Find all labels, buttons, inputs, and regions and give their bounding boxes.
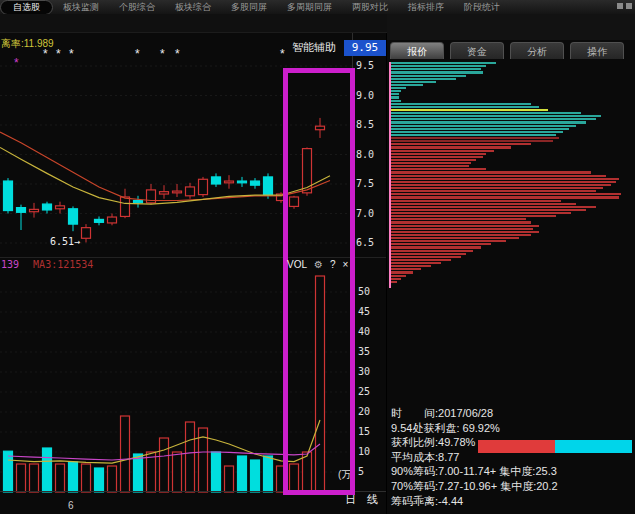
signal-star-icon: * bbox=[160, 47, 165, 61]
chip-bar bbox=[391, 200, 561, 202]
menu-tab-2[interactable]: 个股综合 bbox=[109, 0, 165, 15]
volume-axis-label: 15 bbox=[358, 426, 388, 437]
chip-bar bbox=[391, 218, 526, 220]
volume-bar bbox=[82, 464, 91, 492]
volume-bar bbox=[160, 438, 169, 492]
chip-bar bbox=[391, 84, 423, 86]
profit-ratio-bar bbox=[478, 440, 632, 453]
volume-indicator-toolbar: VOL ⚙ ? × bbox=[287, 259, 348, 270]
menu-tab-6[interactable]: 两股对比 bbox=[342, 0, 398, 15]
volume-bar bbox=[56, 464, 65, 492]
chip-bar bbox=[391, 187, 603, 189]
candle-body bbox=[43, 204, 52, 210]
chip-bar bbox=[391, 237, 519, 239]
help-icon[interactable]: ? bbox=[330, 259, 336, 270]
price-axis-label: 9.5 bbox=[356, 60, 386, 71]
chip-bar bbox=[391, 165, 469, 167]
tab-quote[interactable]: 报价 bbox=[390, 42, 444, 59]
signal-star-icon: * bbox=[135, 47, 140, 61]
panel-divider bbox=[386, 14, 387, 514]
chip-bar bbox=[391, 215, 556, 217]
volume-axis-label: 10 bbox=[358, 446, 388, 457]
volume-bar bbox=[251, 460, 260, 492]
candle-body bbox=[160, 192, 169, 194]
menu-tab-3[interactable]: 板块综合 bbox=[165, 0, 221, 15]
volume-axis-label: 45 bbox=[358, 306, 388, 317]
ma-line bbox=[0, 132, 330, 200]
candle-body bbox=[121, 197, 130, 216]
menu-tab-7[interactable]: 指标排序 bbox=[398, 0, 454, 15]
chip-bar bbox=[391, 196, 619, 198]
chip-bar bbox=[391, 153, 486, 155]
volume-axis-label: 40 bbox=[358, 326, 388, 337]
chip-bar bbox=[391, 268, 421, 270]
chip-info-line-1: 9.54处获利盘: 69.92% bbox=[391, 421, 633, 436]
menu-tab-4[interactable]: 多股同屏 bbox=[221, 0, 277, 15]
volume-bar bbox=[43, 448, 52, 492]
chip-bar bbox=[391, 118, 596, 120]
candle-body bbox=[56, 206, 65, 209]
volume-bar bbox=[134, 454, 143, 492]
signal-star-icon: * bbox=[175, 47, 180, 61]
candle-body bbox=[173, 191, 182, 193]
signal-star-icon: * bbox=[280, 47, 285, 61]
chip-bar bbox=[391, 256, 461, 258]
window-button-icon[interactable] bbox=[617, 3, 623, 9]
candle-body bbox=[4, 181, 13, 211]
chip-distribution-chart[interactable] bbox=[391, 62, 633, 284]
window-controls[interactable] bbox=[617, 3, 632, 9]
volume-bar bbox=[264, 456, 273, 492]
chip-bar bbox=[391, 281, 397, 283]
signal-star-magenta-icon: * bbox=[14, 56, 19, 70]
menu-tab-0[interactable]: 自选股 bbox=[0, 0, 53, 15]
chip-bar bbox=[391, 78, 456, 80]
chip-info-line-5: 70%筹码:7.27-10.96+ 集中度:20.2 bbox=[391, 479, 633, 494]
tab-analysis[interactable]: 分析 bbox=[510, 42, 564, 59]
chip-info-block: 时 间:2017/06/289.54处获利盘: 69.92%获利比例:49.78… bbox=[391, 406, 633, 508]
chip-bar bbox=[391, 275, 406, 277]
candle-body bbox=[212, 177, 221, 184]
volume-bar bbox=[17, 464, 26, 492]
chip-info-line-4: 90%筹码:7.00-11.74+ 集中度:25.3 bbox=[391, 464, 633, 479]
menu-tab-8[interactable]: 阶段统计 bbox=[454, 0, 510, 15]
chip-bar bbox=[391, 143, 531, 145]
volume-axis-label: 25 bbox=[358, 386, 388, 397]
chip-bar bbox=[391, 65, 486, 67]
chip-bar bbox=[391, 140, 553, 142]
gear-icon[interactable]: ⚙ bbox=[314, 259, 323, 270]
chip-bar bbox=[391, 228, 533, 230]
chip-info-line-0: 时 间:2017/06/28 bbox=[391, 406, 633, 421]
tab-operate[interactable]: 操作 bbox=[570, 42, 624, 59]
volume-axis-label: 20 bbox=[358, 406, 388, 417]
smart-assist-label[interactable]: 智能辅助 bbox=[292, 40, 336, 55]
volume-axis-label: 35 bbox=[358, 346, 388, 357]
volume-bar bbox=[95, 468, 104, 492]
chip-bar bbox=[391, 112, 581, 114]
profit-ratio-cyan-segment bbox=[555, 440, 632, 453]
candle-body bbox=[69, 209, 78, 224]
volume-bar bbox=[173, 452, 182, 492]
volume-bar bbox=[238, 456, 247, 492]
price-axis-label: 8.5 bbox=[356, 119, 386, 130]
candle-body bbox=[225, 181, 234, 183]
chip-bar bbox=[391, 212, 571, 214]
stock-header bbox=[387, 14, 635, 40]
chip-bar bbox=[391, 100, 401, 102]
volume-bar bbox=[108, 466, 117, 492]
tab-funds[interactable]: 资金 bbox=[450, 42, 504, 59]
chip-bar bbox=[391, 178, 619, 180]
profit-ratio-red-segment bbox=[478, 440, 555, 453]
menu-tab-1[interactable]: 板块监测 bbox=[53, 0, 109, 15]
window-button-icon[interactable] bbox=[626, 3, 632, 9]
volume-bar bbox=[4, 451, 13, 492]
candle-body bbox=[82, 228, 91, 239]
chip-bar bbox=[391, 162, 471, 164]
volume-ma1-value: 139 bbox=[1, 259, 19, 270]
price-axis-label: 7.0 bbox=[356, 208, 386, 219]
chip-bar bbox=[391, 93, 399, 95]
chip-bar bbox=[391, 128, 569, 130]
close-icon[interactable]: × bbox=[343, 259, 349, 270]
chip-bar bbox=[391, 265, 431, 267]
menu-tab-5[interactable]: 多周期同屏 bbox=[277, 0, 342, 15]
chip-bar bbox=[391, 168, 486, 170]
